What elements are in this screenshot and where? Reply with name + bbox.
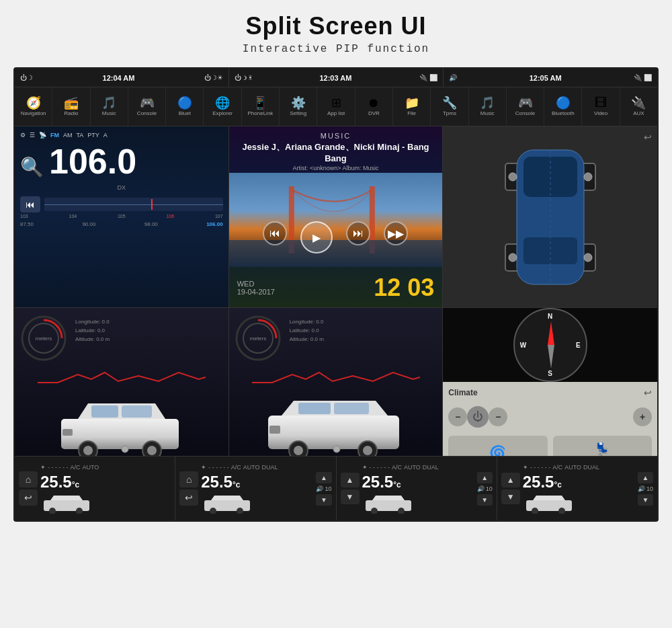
nav-info-left: Longitude: 0.0 Latitude: 0.0 Altitude: 0… [75,318,110,344]
ac-auto-1: AUTO [83,464,99,471]
dvr-icon-item[interactable]: ⏺ DVR [355,87,393,126]
ac-back-button-1[interactable]: ↩ [19,489,38,506]
radio-freq-nums: 103 104 105 106 107 [20,214,223,219]
compass-climate-cell: N S E W Climate ↩ − ⏻ − + [443,308,657,456]
radio-icon: 📻 [64,97,79,109]
ac-up-button-2[interactable]: ▲ [316,472,331,483]
ac-car-mini-3 [362,494,475,514]
radio-mode-pty[interactable]: PTY [87,132,99,139]
climate-back-button[interactable]: ↩ [644,387,652,398]
ac-up-button-4[interactable]: ▲ [638,472,653,483]
climate-header: Climate ↩ [448,387,652,398]
ac-bar-3-temp-row: 25.5°c [362,473,475,492]
ac-up-btn-3[interactable]: ▲ [341,473,360,487]
radio-top-bar: ⚙ ☰ 📡 FM AM TA PTY A [20,132,223,139]
video-icon: 🎞 [595,97,607,109]
console2-label: Console [515,110,535,116]
bluetooth-icon-item[interactable]: 🔵 Bluetooth [544,87,582,126]
music-icon-label: Music [102,110,116,116]
ac-bar-4-top-row: ✦ - - - - - - A/C AUTO DUAL [523,464,636,471]
nav-cell-left: meters Longitude: 0.0 Latitude: 0.0 Alti… [15,308,229,456]
explorer-icon-item[interactable]: 🌐 Explorer [204,87,241,126]
music-day: WED [237,280,275,288]
status-time-right: 12:05 AM [457,74,634,82]
radio-mode-am[interactable]: AM [63,132,73,139]
ac-down-button-3[interactable]: ▼ [477,494,493,506]
nav-longitude-right: Longitude: 0.0 [290,318,324,327]
climate-seat-button[interactable]: 💺 REAR [553,436,652,456]
ac-bar-2-top-row: ✦ - - - - - - A/C AUTO DUAL [201,464,314,471]
tpms-icon-item[interactable]: 🔧 Tpms [431,87,468,126]
car-top-view [500,136,601,298]
climate-power-button[interactable]: ⏻ [467,406,489,428]
nav-icon-item[interactable]: 🧭 Navigation [15,87,52,126]
ac-down-btn-3[interactable]: ▼ [341,489,360,504]
climate-icons-grid: 🌀 💺 REAR ❄️ 🔄 [448,436,652,456]
ac-up-button-3[interactable]: ▲ [477,472,493,483]
radio-icon-item[interactable]: 📻 Radio [52,87,90,126]
music-prev-button[interactable]: ⏮ [263,221,287,245]
ac-temp-3: 25.5°c [362,473,401,492]
radio-mode-a[interactable]: A [103,132,108,139]
bluetooth-icon-item-left[interactable]: 🔵 Bluet [166,87,204,126]
radio-label: Radio [64,110,78,116]
status-sun-icon: ☀ [217,74,223,81]
nav-wave-left [22,369,222,389]
ac-temp-2: 25.5°c [201,473,240,492]
ac-car-mini-1 [40,494,171,514]
radio-mode-ta[interactable]: TA [77,132,84,139]
video-icon-item[interactable]: 🎞 Video [582,87,620,126]
console2-icon-item[interactable]: 🎮 Console [507,87,544,126]
car-top-svg [500,136,601,298]
file-icon-item[interactable]: 📁 File [393,87,431,126]
console2-icon: 🎮 [518,97,533,109]
svg-point-12 [509,173,517,181]
bottom-ac-bars: ⌂ ↩ ✦ - - - - - - A/C AUTO 25.5°c [15,457,657,520]
climate-defrost-button[interactable]: 🌀 [448,436,547,456]
ac-label-2: A/C [231,464,241,471]
console-icon-item[interactable]: 🎮 Console [128,87,166,126]
ac-bar-2-home-buttons: ⌂ ↩ [179,471,198,506]
ac-down-button-4[interactable]: ▼ [638,494,653,506]
status-mid-icons: ⏻ ☽ ☀ [235,74,252,81]
climate-minus-left[interactable]: − [448,407,467,426]
music-icon-item[interactable]: 🎵 Music [91,87,128,126]
music-date-info: WED 19-04-2017 [237,280,275,296]
climate-controls-row: − ⏻ − + [448,403,652,430]
nav-gauge-left: meters [20,315,67,364]
radio-prev-button[interactable]: ⏮ [20,196,40,212]
music-forward-button[interactable]: ▶▶ [384,221,408,245]
climate-plus-right[interactable]: + [633,407,652,426]
svg-rect-20 [91,405,118,418]
content-grid: ⚙ ☰ 📡 FM AM TA PTY A 🔍 106.0 DX ⏮ [15,126,657,457]
ac-down-btn-4[interactable]: ▼ [501,489,520,504]
ac-back-button-2[interactable]: ↩ [179,489,198,506]
music-play-button[interactable]: ▶ [300,221,333,253]
applist-label: App list [327,110,345,116]
phonelink-label: PhoneLink [248,110,274,116]
svg-point-39 [333,446,340,453]
phonelink-icon-item[interactable]: 📱 PhoneLink [242,87,280,126]
compass-south: S [548,370,552,377]
nav-info-right: Longitude: 0.0 Latitude: 0.0 Altitude: 0… [290,318,324,344]
ac-bar-4-right-controls: ▲ 🔊10 ▼ [638,472,653,506]
ac-home-button-2[interactable]: ⌂ [179,471,198,487]
applist-icon-item[interactable]: ⊞ App list [317,87,355,126]
aux-icon-item[interactable]: 🔌 AUX [620,87,657,126]
radio-freq-107: 107 [215,214,223,219]
ac-bar-4-home-buttons: ▲ ▼ [501,473,520,504]
ac-up-btn-4[interactable]: ▲ [501,473,520,487]
ac-sound-icon-4: 🔊 [638,485,645,492]
ac-label-1: A/C [71,464,81,471]
radio-mode-fm[interactable]: FM [50,132,59,139]
page-title: Split Screen UI [0,12,672,40]
ac-home-button-1[interactable]: ⌂ [19,471,38,487]
ac-down-button-2[interactable]: ▼ [316,494,331,506]
music-next-button[interactable]: ⏭ [346,221,370,245]
radio-freq-105: 105 [118,214,126,219]
ac-bar-3-right-controls: ▲ 🔊10 ▼ [477,472,493,506]
music2-icon-item[interactable]: 🎵 Music [469,87,507,126]
car-top-back-button[interactable]: ↩ [644,132,652,143]
setting-icon-item[interactable]: ⚙️ Setting [280,87,317,126]
climate-minus-right[interactable]: − [489,407,507,426]
